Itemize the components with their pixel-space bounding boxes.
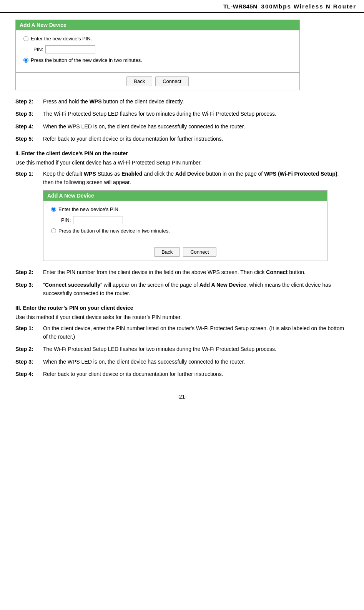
- section2-step3-text: "Connect successfully" will appear on th…: [43, 281, 349, 298]
- section2-step2-text: Enter the PIN number from the client dev…: [43, 268, 349, 276]
- section2-step2-label: Step 2:: [15, 268, 43, 276]
- section3-step1-label: Step 1:: [15, 324, 43, 341]
- radio-pin-label-1: Enter the new device's PIN.: [31, 36, 92, 42]
- header-title: 300Mbps Wireless N Router: [261, 3, 356, 10]
- section3-step1-block: Step 1: On the client device, enter the …: [15, 324, 349, 341]
- radio-button-option-1[interactable]: [23, 58, 28, 63]
- section3-step1-text: On the client device, enter the PIN numb…: [43, 324, 349, 341]
- section3-step4-block: Step 4: Refer back to your client device…: [15, 370, 349, 378]
- add-device-box-2-header: Add A New Device: [43, 191, 327, 201]
- step-2-text: Press and hold the WPS button of the cli…: [43, 97, 349, 106]
- step-3-block: Step 3: The Wi-Fi Protected Setup LED fl…: [15, 110, 349, 118]
- radio-pin-label-2: Enter the new device's PIN.: [58, 206, 120, 212]
- radio-button-label-1: Press the button of the new device in tw…: [31, 57, 142, 63]
- pin-label-1: PIN:: [33, 47, 43, 52]
- step-3-text: The Wi-Fi Protected Setup LED flashes fo…: [43, 110, 349, 118]
- back-button-2[interactable]: Back: [154, 247, 180, 257]
- step-5-block: Step 5: Refer back to your client device…: [15, 135, 349, 143]
- section2-step1-text: Keep the default WPS Status as Enabled a…: [43, 170, 349, 187]
- section-2-intro: Use this method if your client device ha…: [15, 160, 349, 166]
- back-button-1[interactable]: Back: [126, 76, 152, 86]
- pin-input-2[interactable]: [73, 216, 123, 224]
- step-2-block: Step 2: Press and hold the WPS button of…: [15, 97, 349, 106]
- radio-button-option-2[interactable]: [51, 228, 56, 233]
- add-device-box-1: Add A New Device Enter the new device's …: [15, 20, 300, 90]
- section3-step3-block: Step 3: When the WPS LED is on, the clie…: [15, 357, 349, 366]
- section3-step4-label: Step 4:: [15, 370, 43, 378]
- step-5-text: Refer back to your client device or its …: [43, 135, 349, 143]
- pin-input-1[interactable]: [45, 45, 95, 53]
- section-3-heading: III. Enter the router’s PIN on your clie…: [15, 305, 349, 311]
- section3-step2-label: Step 2:: [15, 345, 43, 353]
- section3-step2-text: The Wi-Fi Protected Setup LED flashes fo…: [43, 345, 349, 353]
- header-model: TL-WR845N: [223, 3, 258, 10]
- section2-step2-block: Step 2: Enter the PIN number from the cl…: [15, 268, 349, 276]
- section3-step3-text: When the WPS LED is on, the client devic…: [43, 357, 349, 366]
- section-2-heading: II. Enter the client device’s PIN on the…: [15, 150, 349, 156]
- section2-step1-block: Step 1: Keep the default WPS Status as E…: [15, 170, 349, 187]
- footer: -21-: [15, 394, 349, 407]
- step-4-label: Step 4:: [15, 122, 43, 131]
- add-device-box-2: Add A New Device Enter the new device's …: [43, 190, 327, 261]
- section2-step1-label: Step 1:: [15, 170, 43, 187]
- radio-pin-option-2[interactable]: [51, 207, 56, 212]
- step-2-label: Step 2:: [15, 97, 43, 106]
- section-3-intro: Use this method if your client device as…: [15, 314, 349, 320]
- step-5-label: Step 5:: [15, 135, 43, 143]
- page-number: -21-: [177, 394, 187, 400]
- section2-step3-label: Step 3:: [15, 281, 43, 298]
- section2-step3-block: Step 3: "Connect successfully" will appe…: [15, 281, 349, 298]
- step-3-label: Step 3:: [15, 110, 43, 118]
- connect-button-2[interactable]: Connect: [183, 247, 216, 257]
- section3-step2-block: Step 2: The Wi-Fi Protected Setup LED fl…: [15, 345, 349, 353]
- header: TL-WR845N 300Mbps Wireless N Router: [0, 0, 364, 13]
- section3-step3-label: Step 3:: [15, 357, 43, 366]
- step-4-text: When the WPS LED is on, the client devic…: [43, 122, 349, 131]
- pin-label-2: PIN:: [61, 217, 71, 223]
- section3-step4-text: Refer back to your client device or its …: [43, 370, 349, 378]
- radio-pin-option-1[interactable]: [23, 36, 28, 41]
- step-4-block: Step 4: When the WPS LED is on, the clie…: [15, 122, 349, 131]
- radio-button-label-2: Press the button of the new device in tw…: [58, 228, 170, 234]
- add-device-box-1-header: Add A New Device: [16, 20, 299, 30]
- connect-button-1[interactable]: Connect: [155, 76, 188, 86]
